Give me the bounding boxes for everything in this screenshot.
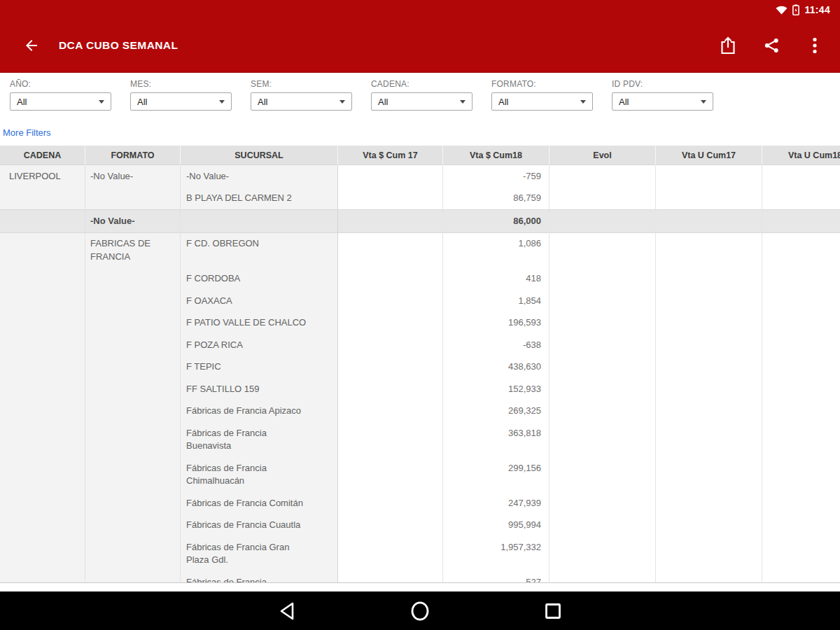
- id-pdv-dropdown[interactable]: All: [612, 92, 713, 111]
- table-row[interactable]: FF SALTILLO 159152,933: [0, 378, 840, 400]
- table-row[interactable]: Fábricas de Francia Apizaco269,325: [0, 400, 840, 423]
- table-cell: [85, 334, 181, 356]
- column-header-vta-u-cum18[interactable]: Vta U Cum18: [762, 146, 840, 165]
- formato-dropdown[interactable]: All: [491, 92, 593, 111]
- table-cell: [550, 312, 656, 335]
- ano-dropdown[interactable]: All: [10, 92, 111, 111]
- table-cell: Fábricas de Francia Comitán: [181, 492, 338, 514]
- table-cell: 1,854: [443, 290, 550, 312]
- table-cell: -638: [443, 334, 550, 356]
- table-cell: [338, 334, 443, 356]
- back-arrow-icon[interactable]: [21, 35, 42, 56]
- table-cell: [550, 188, 656, 210]
- table-row[interactable]: F TEPIC438,630: [0, 356, 840, 379]
- table-cell: [550, 233, 656, 268]
- table-cell: [550, 378, 656, 400]
- table-cell: [0, 290, 85, 312]
- column-header-evol[interactable]: Evol: [550, 146, 656, 165]
- table-row[interactable]: Fábricas de Francia527: [0, 571, 840, 583]
- table-cell: Fábricas de Francia Gran Plaza Gdl.: [181, 536, 338, 571]
- table-cell: [0, 188, 85, 210]
- dropdown-value: All: [17, 97, 99, 107]
- table-cell: B PLAYA DEL CARMEN 2: [181, 188, 338, 210]
- table-row[interactable]: F CORDOBA418: [0, 268, 840, 290]
- table-row[interactable]: Fábricas de Francia Gran Plaza Gdl.1,957…: [0, 536, 840, 571]
- table-cell: [338, 290, 443, 312]
- share-icon[interactable]: [762, 36, 781, 55]
- table-cell: [762, 334, 840, 356]
- column-header-cadena[interactable]: CADENA: [0, 146, 85, 165]
- more-filters-link[interactable]: More Filters: [3, 127, 51, 138]
- table-cell: [338, 356, 443, 379]
- filter-sem: SEM: All: [251, 79, 352, 111]
- table-cell: [338, 422, 443, 457]
- table-cell: -No Value-: [85, 209, 181, 233]
- filter-label: MES:: [130, 79, 232, 89]
- table-cell: [762, 571, 840, 583]
- filter-ano: AÑO: All: [10, 79, 111, 111]
- subtotal-row[interactable]: -No Value-86,000: [0, 209, 840, 233]
- table-cell: [85, 536, 181, 571]
- table-row[interactable]: Fábricas de Francia Cuautla995,994: [0, 514, 840, 537]
- column-header-sucursal[interactable]: SUCURSAL: [181, 146, 338, 165]
- table-row[interactable]: B PLAYA DEL CARMEN 286,759: [0, 188, 840, 210]
- table-cell: -759: [443, 165, 550, 188]
- cadena-dropdown[interactable]: All: [371, 92, 472, 111]
- table-row[interactable]: F OAXACA1,854: [0, 290, 840, 312]
- chevron-down-icon: [701, 100, 706, 104]
- table-cell: [550, 209, 656, 233]
- table-cell: [550, 571, 656, 583]
- table-cell: [338, 268, 443, 290]
- chevron-down-icon: [580, 100, 586, 104]
- android-nav-bar: [0, 592, 840, 630]
- table-cell: [0, 233, 85, 268]
- report-grid: CADENAFORMATOSUCURSALVta $ Cum 17Vta $ C…: [0, 146, 840, 583]
- column-header-vta-cum18[interactable]: Vta $ Cum18: [443, 146, 550, 165]
- table-cell: [762, 422, 840, 457]
- sem-dropdown[interactable]: All: [251, 92, 352, 111]
- column-header-formato[interactable]: FORMATO: [85, 146, 181, 165]
- table-row[interactable]: F PATIO VALLE DE CHALCO196,593: [0, 312, 840, 335]
- nav-recents-icon[interactable]: [532, 597, 574, 625]
- table-cell: [85, 268, 181, 290]
- dropdown-value: All: [258, 97, 340, 107]
- table-cell: [338, 536, 443, 571]
- filter-cadena: CADENA: All: [371, 79, 472, 111]
- table-cell: [85, 312, 181, 335]
- chevron-down-icon: [99, 100, 104, 104]
- table-cell: [338, 457, 443, 492]
- dropdown-value: All: [619, 97, 701, 107]
- table-cell: [656, 492, 762, 514]
- table-cell: [85, 356, 181, 379]
- app-bar: DCA CUBO SEMANAL: [0, 20, 840, 71]
- table-row[interactable]: Fábricas de Francia Chimalhuacán299,156: [0, 457, 840, 492]
- overflow-menu-icon[interactable]: [805, 36, 825, 55]
- table-cell: [550, 457, 656, 492]
- filter-id-pdv: ID PDV: All: [612, 79, 713, 111]
- table-cell: 152,933: [443, 378, 550, 400]
- table-cell: [0, 571, 85, 583]
- column-header-vta-u-cum17[interactable]: Vta U Cum17: [656, 146, 762, 165]
- table-row[interactable]: Fábricas de Francia Buenavista363,818: [0, 422, 840, 457]
- table-row[interactable]: LIVERPOOL-No Value--No Value--759: [0, 165, 840, 188]
- table-row[interactable]: Fábricas de Francia Comitán247,939: [0, 492, 840, 514]
- export-icon[interactable]: [718, 36, 738, 55]
- table-cell: [656, 400, 762, 423]
- status-clock: 11:44: [804, 4, 830, 15]
- table-cell: Fábricas de Francia Apizaco: [181, 400, 338, 423]
- table-cell: [338, 312, 443, 335]
- table-cell: 418: [443, 268, 550, 290]
- table-row[interactable]: FABRICAS DE FRANCIAF CD. OBREGON1,086: [0, 233, 840, 268]
- dropdown-value: All: [498, 97, 580, 107]
- filter-label: SEM:: [251, 79, 352, 89]
- table-cell: [762, 457, 840, 492]
- table-cell: [762, 492, 840, 514]
- dropdown-value: All: [137, 97, 219, 107]
- nav-back-icon[interactable]: [266, 597, 308, 625]
- mes-dropdown[interactable]: All: [130, 92, 232, 111]
- table-cell: LIVERPOOL: [0, 165, 85, 188]
- table-cell: [338, 233, 443, 268]
- nav-home-icon[interactable]: [399, 597, 441, 625]
- column-header-vta-cum-17[interactable]: Vta $ Cum 17: [338, 146, 443, 165]
- table-row[interactable]: F POZA RICA-638: [0, 334, 840, 356]
